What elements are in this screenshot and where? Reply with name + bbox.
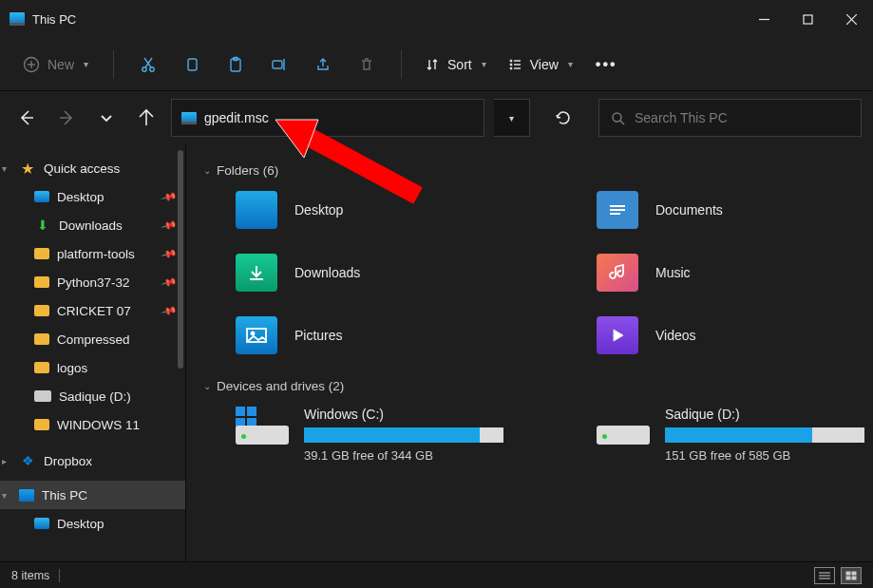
sidebar-item-python37[interactable]: Python37-32 📌 bbox=[0, 268, 185, 296]
svg-line-10 bbox=[144, 58, 151, 67]
chevron-down-icon: ⌄ bbox=[203, 381, 211, 391]
sidebar-item-windows11[interactable]: WINDOWS 11 bbox=[0, 410, 185, 439]
chevron-right-icon: ▸ bbox=[2, 456, 7, 466]
search-box[interactable] bbox=[598, 99, 862, 137]
sidebar-item-compressed[interactable]: Compressed bbox=[0, 325, 185, 353]
minimize-button[interactable] bbox=[742, 0, 786, 38]
address-input[interactable] bbox=[204, 110, 474, 125]
desktop-icon bbox=[34, 191, 49, 202]
folder-pictures[interactable]: Pictures bbox=[236, 316, 540, 354]
section-label: Folders (6) bbox=[217, 163, 278, 178]
sidebar-label: Dropbox bbox=[44, 454, 92, 468]
sidebar-label: Downloads bbox=[59, 218, 123, 233]
svg-point-22 bbox=[613, 113, 621, 122]
music-folder-icon bbox=[597, 254, 638, 292]
drive-icon bbox=[34, 388, 51, 405]
folder-music[interactable]: Music bbox=[597, 254, 873, 292]
search-input[interactable] bbox=[635, 110, 849, 125]
refresh-button[interactable] bbox=[545, 99, 581, 137]
section-drives-header[interactable]: ⌄ Devices and drives (2) bbox=[203, 379, 852, 393]
rename-icon[interactable] bbox=[260, 46, 298, 84]
folder-videos[interactable]: Videos bbox=[597, 316, 873, 354]
folder-downloads[interactable]: Downloads bbox=[236, 254, 540, 292]
share-icon[interactable] bbox=[304, 46, 342, 84]
drive-windows-c[interactable]: Windows (C:) 39.1 GB free of 344 GB bbox=[236, 407, 540, 463]
folder-icon bbox=[34, 333, 49, 345]
drive-sadique-d[interactable]: Sadique (D:) 151 GB free of 585 GB bbox=[597, 407, 873, 463]
svg-point-17 bbox=[510, 64, 512, 66]
sidebar-label: Desktop bbox=[57, 517, 104, 531]
sidebar-quick-access[interactable]: ▾ ★ Quick access bbox=[0, 154, 185, 182]
sidebar-label: This PC bbox=[42, 488, 87, 503]
maximize-button[interactable] bbox=[786, 0, 829, 38]
sidebar-item-cricket07[interactable]: CRICKET 07 📌 bbox=[0, 296, 185, 325]
sidebar-label: Desktop bbox=[57, 190, 104, 204]
folder-icon bbox=[34, 276, 49, 288]
close-button[interactable] bbox=[829, 0, 873, 38]
chevron-down-icon: ⌄ bbox=[203, 165, 211, 176]
sidebar-item-platform-tools[interactable]: platform-tools 📌 bbox=[0, 239, 185, 268]
folder-label: Downloads bbox=[294, 265, 360, 280]
paste-icon[interactable] bbox=[217, 46, 255, 84]
delete-icon[interactable] bbox=[348, 46, 386, 84]
copy-icon[interactable] bbox=[173, 46, 211, 84]
chevron-down-icon: ▾ bbox=[568, 59, 573, 69]
svg-rect-1 bbox=[804, 15, 812, 24]
up-button[interactable] bbox=[131, 103, 161, 133]
svg-rect-32 bbox=[846, 572, 850, 575]
more-button[interactable]: ••• bbox=[586, 56, 627, 73]
sidebar-item-logos[interactable]: logos bbox=[0, 353, 185, 382]
recent-locations-button[interactable] bbox=[91, 103, 122, 133]
drive-usage-bar bbox=[665, 427, 864, 443]
pin-icon: 📌 bbox=[161, 188, 179, 205]
svg-rect-35 bbox=[852, 577, 856, 579]
pin-icon: 📌 bbox=[161, 245, 179, 262]
svg-point-7 bbox=[142, 66, 146, 70]
sidebar-label: CRICKET 07 bbox=[57, 304, 131, 318]
details-view-button[interactable] bbox=[814, 567, 835, 584]
sidebar-label: Python37-32 bbox=[57, 275, 130, 290]
new-button[interactable]: New ▾ bbox=[13, 50, 98, 79]
address-history-button[interactable]: ▾ bbox=[494, 99, 530, 137]
separator bbox=[401, 50, 402, 79]
svg-line-9 bbox=[145, 58, 152, 67]
separator bbox=[113, 50, 114, 79]
sidebar-label: platform-tools bbox=[57, 247, 135, 261]
drive-label: Windows (C:) bbox=[304, 407, 540, 422]
view-label: View bbox=[530, 57, 559, 72]
svg-rect-11 bbox=[188, 59, 197, 70]
forward-button[interactable] bbox=[51, 103, 82, 133]
folder-icon bbox=[34, 305, 49, 316]
sidebar-item-desktop[interactable]: Desktop 📌 bbox=[0, 182, 185, 211]
chevron-down-icon: ▾ bbox=[482, 59, 486, 69]
download-icon: ⬇ bbox=[34, 217, 51, 234]
sidebar-item-sadique-d[interactable]: Sadique (D:) bbox=[0, 382, 185, 410]
sidebar-item-desktop-sub[interactable]: Desktop bbox=[0, 509, 185, 538]
back-button[interactable] bbox=[11, 103, 42, 133]
svg-point-8 bbox=[150, 66, 154, 70]
sort-button[interactable]: Sort ▾ bbox=[417, 51, 494, 78]
pin-icon: 📌 bbox=[161, 217, 179, 234]
folder-desktop[interactable]: Desktop bbox=[236, 191, 540, 229]
view-button[interactable]: View ▾ bbox=[500, 51, 580, 78]
navigation-row: ▾ bbox=[0, 91, 873, 144]
nav-sidebar: ▾ ★ Quick access Desktop 📌 ⬇ Downloads 📌… bbox=[0, 144, 186, 561]
pin-icon: 📌 bbox=[161, 274, 179, 291]
sidebar-dropbox[interactable]: ▸ ❖ Dropbox bbox=[0, 446, 185, 475]
sidebar-this-pc[interactable]: ▾ This PC bbox=[0, 481, 185, 509]
drives-grid: Windows (C:) 39.1 GB free of 344 GB Sadi… bbox=[236, 407, 852, 463]
svg-point-16 bbox=[510, 60, 512, 62]
cut-icon[interactable] bbox=[129, 46, 167, 84]
titlebar-left: This PC bbox=[0, 12, 76, 27]
folder-documents[interactable]: Documents bbox=[597, 191, 873, 229]
address-bar[interactable] bbox=[171, 99, 484, 137]
folder-icon bbox=[34, 362, 49, 373]
chevron-down-icon: ▾ bbox=[84, 59, 88, 69]
drive-free-text: 39.1 GB free of 344 GB bbox=[304, 448, 540, 463]
svg-rect-33 bbox=[852, 572, 856, 575]
toolbar: New ▾ Sort ▾ View ▾ ••• bbox=[0, 38, 873, 91]
icons-view-button[interactable] bbox=[841, 567, 862, 584]
section-folders-header[interactable]: ⌄ Folders (6) bbox=[203, 163, 852, 178]
sidebar-item-downloads[interactable]: ⬇ Downloads 📌 bbox=[0, 211, 185, 239]
pictures-folder-icon bbox=[236, 316, 277, 354]
